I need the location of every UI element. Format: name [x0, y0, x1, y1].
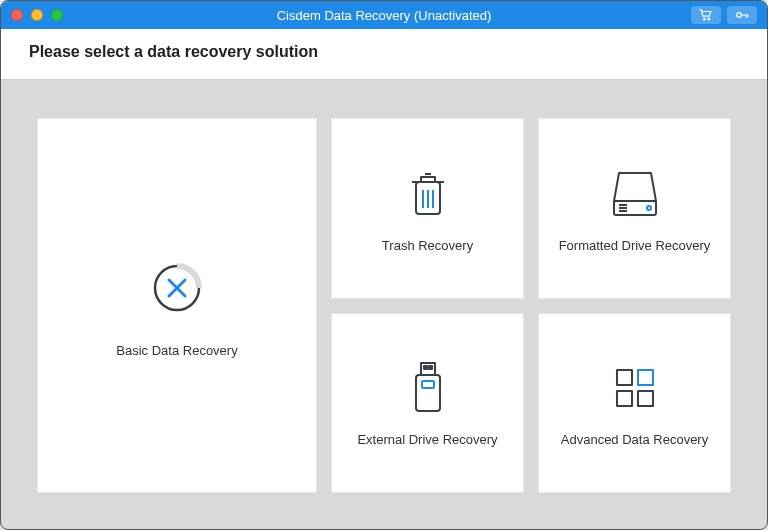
svg-rect-21 [638, 370, 653, 385]
titlebar: Cisdem Data Recovery (Unactivated) [1, 1, 767, 29]
window-controls [11, 9, 63, 21]
card-formatted-drive-recovery[interactable]: Formatted Drive Recovery [538, 118, 731, 299]
svg-rect-16 [424, 366, 427, 369]
svg-point-1 [708, 18, 710, 20]
card-label: External Drive Recovery [357, 432, 497, 447]
key-icon [735, 9, 749, 21]
card-trash-recovery[interactable]: Trash Recovery [331, 118, 524, 299]
svg-point-0 [703, 18, 705, 20]
card-label: Formatted Drive Recovery [559, 238, 711, 253]
svg-rect-19 [422, 381, 434, 388]
usb-drive-icon [408, 358, 448, 418]
svg-point-2 [737, 13, 742, 18]
svg-point-11 [647, 206, 651, 210]
card-basic-data-recovery[interactable]: Basic Data Recovery [37, 118, 317, 493]
zoom-window-button[interactable] [51, 9, 63, 21]
close-window-button[interactable] [11, 9, 23, 21]
svg-rect-22 [617, 391, 632, 406]
trash-icon [405, 164, 451, 224]
grid-modules-icon [611, 358, 659, 418]
card-external-drive-recovery[interactable]: External Drive Recovery [331, 313, 524, 494]
card-advanced-data-recovery[interactable]: Advanced Data Recovery [538, 313, 731, 494]
window-title: Cisdem Data Recovery (Unactivated) [1, 8, 767, 23]
svg-rect-17 [429, 366, 432, 369]
basic-recovery-icon [149, 253, 205, 323]
content-area: Basic Data Recovery Trash Recovery [1, 80, 767, 529]
titlebar-actions [691, 6, 757, 24]
card-label: Basic Data Recovery [116, 343, 237, 358]
heading-bar: Please select a data recovery solution [1, 29, 767, 80]
page-heading: Please select a data recovery solution [29, 43, 739, 61]
minimize-window-button[interactable] [31, 9, 43, 21]
cart-icon [699, 9, 713, 21]
card-label: Advanced Data Recovery [561, 432, 708, 447]
card-label: Trash Recovery [382, 238, 473, 253]
app-window: Cisdem Data Recovery (Unactivated) [0, 0, 768, 530]
left-column: Basic Data Recovery [37, 118, 317, 493]
svg-rect-23 [638, 391, 653, 406]
right-column: Trash Recovery Formatted Drive Recovery [331, 118, 731, 493]
hard-drive-icon [609, 164, 661, 224]
svg-rect-20 [617, 370, 632, 385]
cart-button[interactable] [691, 6, 721, 24]
key-button[interactable] [727, 6, 757, 24]
